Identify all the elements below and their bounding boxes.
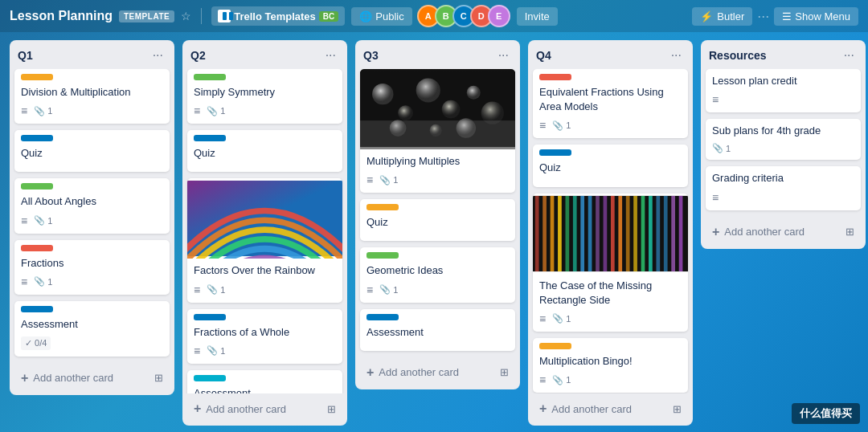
column-menu-button[interactable]: ··· xyxy=(149,47,166,64)
card[interactable]: Assessment xyxy=(187,370,342,393)
card-label xyxy=(366,204,399,210)
card-list-icon: ≡ xyxy=(712,93,719,106)
card-attachment-icon: 📎1 xyxy=(552,313,571,324)
card-label xyxy=(539,343,571,349)
column-menu-button[interactable]: ··· xyxy=(668,47,685,64)
add-card-button[interactable]: +Add another card⊞ xyxy=(14,366,170,390)
butler-label: Butler xyxy=(717,10,744,22)
archive-icon[interactable]: ⊞ xyxy=(673,403,682,415)
column-title: Q2 xyxy=(190,49,206,62)
card[interactable]: Geometric Ideas≡📎1 xyxy=(360,247,515,302)
visibility-button[interactable]: 🌐 Public xyxy=(351,7,411,26)
card[interactable]: Factors Over the Rainbow≡📎1 xyxy=(187,178,342,302)
card[interactable]: Multiplication Bingo!≡📎1 xyxy=(533,338,688,393)
card-image-rainbow xyxy=(187,178,342,259)
card-content: Simply Symmetry≡📎1 xyxy=(187,69,342,124)
card[interactable]: Fractions≡📎1 xyxy=(14,240,170,295)
card[interactable]: Quiz xyxy=(187,130,342,172)
card[interactable]: Assessment xyxy=(360,309,515,351)
svg-rect-30 xyxy=(664,195,668,271)
card[interactable]: Quiz xyxy=(14,130,170,172)
card-content: Assessment xyxy=(187,370,342,393)
avatar-5[interactable]: E xyxy=(488,5,510,27)
card-content: Equivalent Fractions Using Area Models≡📎… xyxy=(533,69,688,138)
archive-icon[interactable]: ⊞ xyxy=(327,403,336,415)
workspace-link[interactable]: Trello Templates BC xyxy=(211,6,345,26)
globe-icon: 🌐 xyxy=(359,10,372,22)
card-title: Division & Multiplication xyxy=(21,85,163,100)
svg-rect-24 xyxy=(618,195,622,271)
card-attachment-icon: 📎1 xyxy=(552,120,571,131)
watermark: 什么值得买 xyxy=(792,403,860,424)
card-label xyxy=(194,135,226,141)
card[interactable]: The Case of the Missing Rectangle Side≡📎… xyxy=(533,194,688,332)
add-card-button[interactable]: +Add another card⊞ xyxy=(360,361,515,385)
svg-rect-22 xyxy=(604,195,608,271)
show-menu-label: Show Menu xyxy=(795,10,850,22)
card-title: Assessment xyxy=(194,386,336,393)
card-content: Fractions≡📎1 xyxy=(14,240,170,295)
card-list-icon: ≡ xyxy=(21,104,27,117)
add-card-button[interactable]: +Add another card⊞ xyxy=(187,397,342,421)
card[interactable]: Quiz xyxy=(360,199,515,241)
topbar-right: ⚡ Butler ··· ☰ Show Menu xyxy=(692,7,858,26)
card[interactable]: Equivalent Fractions Using Area Models≡📎… xyxy=(533,69,688,138)
column-header: Q4··· xyxy=(528,40,693,69)
archive-icon[interactable]: ⊞ xyxy=(154,372,163,384)
archive-icon[interactable]: ⊞ xyxy=(500,366,509,378)
invite-button[interactable]: Invite xyxy=(517,7,558,26)
attachment-count: 1 xyxy=(566,375,571,385)
card[interactable]: Grading criteria≡ xyxy=(706,166,861,210)
card-meta: ≡📎1 xyxy=(539,312,682,325)
card-meta: 📎1 xyxy=(712,143,854,153)
card-attachment-icon: 📎1 xyxy=(207,345,225,356)
card[interactable]: Quiz xyxy=(533,145,688,186)
svg-point-2 xyxy=(372,84,393,104)
card-title: Geometric Ideas xyxy=(366,263,509,278)
butler-button[interactable]: ⚡ Butler xyxy=(692,7,752,26)
attachment-count: 1 xyxy=(47,216,52,226)
column-menu-button[interactable]: ··· xyxy=(322,47,339,64)
card[interactable]: Simply Symmetry≡📎1 xyxy=(187,69,342,124)
card[interactable]: Fractions of a Whole≡📎1 xyxy=(187,309,342,364)
card-attachment-icon: 📎1 xyxy=(207,106,225,116)
paperclip-icon: 📎 xyxy=(379,175,391,185)
column-header: Resources··· xyxy=(701,40,866,69)
svg-rect-25 xyxy=(626,195,630,271)
card-list-icon: ≡ xyxy=(712,191,719,204)
card[interactable]: Multiplying Multiples≡📎1 xyxy=(360,69,515,193)
card[interactable]: All About Angles≡📎1 xyxy=(14,178,170,233)
card[interactable]: Sub plans for 4th grade📎1 xyxy=(706,119,861,160)
dots-icon[interactable]: ··· xyxy=(757,8,769,25)
column-menu-button[interactable]: ··· xyxy=(841,47,858,64)
card-title: Assessment xyxy=(366,325,509,340)
show-menu-button[interactable]: ☰ Show Menu xyxy=(774,7,858,26)
card[interactable]: Assessment✓ 0/4 xyxy=(14,301,170,357)
card-title: Quiz xyxy=(194,146,336,161)
card-attachment-icon: 📎1 xyxy=(552,375,571,385)
card-label xyxy=(21,135,53,141)
card-meta: ≡📎1 xyxy=(366,283,509,296)
star-icon[interactable]: ☆ xyxy=(181,10,191,22)
column-title: Resources xyxy=(709,49,767,62)
archive-icon[interactable]: ⊞ xyxy=(845,226,854,238)
card-meta: ≡📎1 xyxy=(539,119,682,132)
card-list-icon: ≡ xyxy=(194,283,200,296)
card[interactable]: Division & Multiplication≡📎1 xyxy=(14,69,170,124)
card-title: Sub plans for 4th grade xyxy=(712,124,854,138)
add-card-button[interactable]: +Add another card⊞ xyxy=(533,397,688,421)
attachment-count: 1 xyxy=(393,285,398,295)
card-title: Grading criteria xyxy=(712,171,854,185)
paperclip-icon: 📎 xyxy=(207,284,218,295)
card-label xyxy=(21,245,53,251)
svg-rect-31 xyxy=(671,195,675,271)
card[interactable]: Lesson plan credit≡ xyxy=(706,69,861,112)
add-card-button[interactable]: +Add another card⊞ xyxy=(706,220,861,244)
column-q4: Q4···Equivalent Fractions Using Area Mod… xyxy=(528,40,693,426)
attachment-count: 1 xyxy=(566,120,571,130)
attachment-count: 1 xyxy=(393,175,398,185)
svg-rect-29 xyxy=(656,195,660,271)
column-menu-button[interactable]: ··· xyxy=(495,47,512,64)
card-attachment-icon: 📎1 xyxy=(712,143,731,153)
card-meta: ≡📎1 xyxy=(194,283,336,296)
